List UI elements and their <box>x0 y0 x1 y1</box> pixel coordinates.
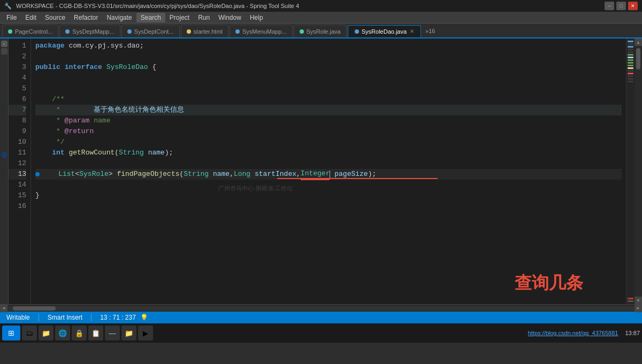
menu-bar: File Edit Source Refactor Navigate Searc… <box>0 12 642 24</box>
code-line-12 <box>35 158 622 169</box>
tab-more[interactable]: »16 <box>422 25 438 37</box>
annotation-label: 查询几条 <box>515 277 583 288</box>
code-line-4 <box>35 73 622 83</box>
taskbar-icon-explorer[interactable]: 📁 <box>39 326 54 340</box>
minimize-button[interactable]: – <box>605 2 614 10</box>
maximize-button[interactable]: □ <box>616 2 626 10</box>
status-position: 13 : 71 : 237 <box>100 314 140 321</box>
left-gutter: ≡ <box>0 38 9 304</box>
code-line-1: package com.cy.pj.sys.dao; <box>35 41 622 51</box>
menu-help[interactable]: Help <box>246 13 268 22</box>
code-line-11: int getRowCount(String name); <box>35 148 622 158</box>
status-insert: Smart Insert <box>48 314 91 321</box>
tab-sysroledao[interactable]: SysRoleDao.java ✕ <box>348 25 421 38</box>
gutter-icon-2 <box>1 48 7 55</box>
h-scroll-track[interactable] <box>7 306 635 311</box>
line-numbers: 1 2 3 4 5 6 7 8 9 10 11 12 13 14 15 16 <box>9 38 31 304</box>
code-line-14 <box>35 180 622 190</box>
title-bar: 🔧 WORKSPACE - CGB-DB-SYS-V3.01/src/main/… <box>0 0 642 12</box>
h-scroll-thumb[interactable] <box>13 306 56 311</box>
taskbar-icon-lock[interactable]: 🔒 <box>72 326 87 340</box>
code-line-2 <box>35 51 622 62</box>
menu-search[interactable]: Search <box>136 13 165 22</box>
tab-sysdeptcont-label: SysDeptCont... <box>134 28 174 35</box>
tab-bar: PageControl... SysDeptMapp... SysDeptCon… <box>0 24 642 38</box>
tab-pagecontrol[interactable]: PageControl... <box>2 25 58 37</box>
start-button[interactable]: ⊞ <box>2 326 20 340</box>
tab-sysdeptmapp[interactable]: SysDeptMapp... <box>59 25 120 37</box>
tab-starter[interactable]: starter.html <box>181 25 228 37</box>
tab-sysmenumapp-label: SysMenuMapp... <box>242 28 287 35</box>
code-line-7: * 基于角色名统计角色相关信息 <box>35 105 622 115</box>
error-underline <box>277 178 438 179</box>
title-text: WORKSPACE - CGB-DB-SYS-V3.01/src/main/ja… <box>16 3 605 9</box>
code-line-16 <box>35 201 622 212</box>
taskbar-icon-dash[interactable]: — <box>105 326 120 340</box>
menu-run[interactable]: Run <box>194 13 214 22</box>
vertical-scrollbar[interactable]: ▲ ▼ <box>635 38 642 304</box>
code-line-15: } <box>35 190 622 201</box>
tab-sysmenumapp[interactable]: SysMenuMapp... <box>230 25 293 37</box>
menu-file[interactable]: File <box>2 13 21 22</box>
tab-sysroledao-label: SysRoleDao.java <box>362 28 407 35</box>
h-scroll-right[interactable]: ► <box>635 305 642 312</box>
scroll-down-button[interactable]: ▼ <box>635 297 642 304</box>
gutter-icon-3 <box>1 152 7 158</box>
status-writable: Writable <box>6 314 39 321</box>
code-line-5 <box>35 83 622 94</box>
scroll-thumb[interactable] <box>636 48 640 69</box>
taskbar: ⊞ 🗂 📁 🌐 🔒 📋 — 📁 ▶ https://blog.csdn.net/… <box>0 323 642 343</box>
horizontal-scrollbar[interactable]: ◄ ► <box>0 304 642 312</box>
menu-window[interactable]: Window <box>214 13 246 22</box>
tab-pagecontrol-label: PageControl... <box>15 28 52 35</box>
code-line-6: /** <box>35 94 622 105</box>
minimap <box>626 38 635 304</box>
menu-source[interactable]: Source <box>41 13 70 22</box>
code-line-3: public interface SysRoleDao { <box>35 62 622 73</box>
code-editor[interactable]: package com.cy.pj.sys.dao; public interf… <box>31 38 626 304</box>
tab-sysrole[interactable]: SysRole.java <box>294 25 347 37</box>
taskbar-url[interactable]: https://blog.csdn.net/qq_43765881 <box>528 330 618 336</box>
code-line-9: * @return <box>35 126 622 137</box>
scroll-marker-red <box>628 298 633 299</box>
taskbar-icon-chrome[interactable]: 🌐 <box>55 326 70 340</box>
menu-edit[interactable]: Edit <box>21 13 41 22</box>
menu-navigate[interactable]: Navigate <box>102 13 136 22</box>
code-line-8: * @param name <box>35 115 622 126</box>
taskbar-icon-folder[interactable]: 🗂 <box>22 326 37 340</box>
tab-sysdeptcont[interactable]: SysDeptCont... <box>121 25 180 37</box>
taskbar-time: 13:87 <box>625 330 640 336</box>
tab-starter-label: starter.html <box>194 28 223 35</box>
taskbar-icon-play[interactable]: ▶ <box>138 326 153 340</box>
menu-project[interactable]: Project <box>165 13 194 22</box>
h-scroll-left[interactable]: ◄ <box>0 305 7 312</box>
taskbar-icon-files[interactable]: 📁 <box>121 326 136 340</box>
scroll-up-button[interactable]: ▲ <box>635 38 642 46</box>
tab-close-icon[interactable]: ✕ <box>410 28 414 34</box>
tab-sysdeptmapp-label: SysDeptMapp... <box>72 28 114 35</box>
taskbar-icon-cmd[interactable]: 📋 <box>88 326 103 340</box>
code-line-10: */ <box>35 137 622 148</box>
menu-refactor[interactable]: Refactor <box>70 13 102 22</box>
light-icon: 💡 <box>140 314 148 321</box>
close-button[interactable]: ✕ <box>628 2 638 10</box>
gutter-icon-1: ≡ <box>1 41 7 47</box>
status-bar: Writable Smart Insert 13 : 71 : 237 💡 <box>0 312 642 323</box>
tab-sysrole-label: SysRole.java <box>307 28 341 35</box>
